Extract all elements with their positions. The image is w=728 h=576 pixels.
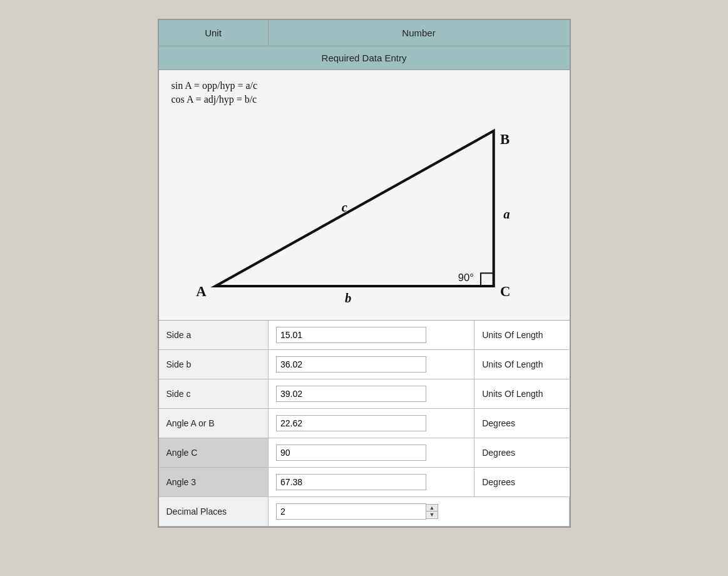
diagram-area: sin A = opp/hyp = a/c cos A = adj/hyp = … [159, 70, 570, 321]
decimal-places-label: Decimal Places [159, 497, 269, 527]
formula-line-2: cos A = adj/hyp = b/c [172, 94, 557, 105]
svg-text:a: a [503, 207, 510, 221]
field-label-1: Side b [159, 350, 269, 379]
field-input-cell-4 [269, 438, 474, 468]
triangle-svg: A B C c a b 90° [172, 111, 557, 306]
field-row-1: Side bUnits Of Length [159, 350, 570, 379]
field-label-5: Angle 3 [159, 468, 269, 497]
formulas: sin A = opp/hyp = a/c cos A = adj/hyp = … [172, 80, 557, 105]
field-unit-2: Units Of Length [474, 379, 569, 409]
field-input-cell-5 [269, 468, 474, 497]
decimal-places-input-cell: ▲ ▼ [269, 497, 570, 527]
formula-line-1: sin A = opp/hyp = a/c [172, 80, 557, 91]
svg-text:b: b [345, 291, 351, 305]
field-unit-1: Units Of Length [474, 350, 569, 379]
field-input-3[interactable] [276, 415, 426, 431]
decimal-places-input[interactable] [276, 503, 426, 520]
field-input-0[interactable] [276, 327, 426, 343]
field-row-2: Side cUnits Of Length [159, 379, 570, 409]
svg-text:A: A [196, 284, 207, 299]
calculator-container: Unit Number Required Data Entry sin A = … [158, 19, 571, 528]
field-input-cell-3 [269, 409, 474, 438]
field-input-2[interactable] [276, 386, 426, 402]
header-row: Unit Number [159, 20, 570, 46]
field-row-5: Angle 3Degrees [159, 468, 570, 497]
field-row-0: Side aUnits Of Length [159, 321, 570, 350]
svg-text:B: B [500, 131, 509, 147]
field-input-1[interactable] [276, 356, 426, 373]
decimal-places-row: Decimal Places ▲ ▼ [159, 497, 570, 527]
field-input-cell-2 [269, 379, 474, 409]
field-label-3: Angle A or B [159, 409, 269, 438]
svg-text:c: c [341, 200, 347, 214]
field-input-cell-1 [269, 350, 474, 379]
triangle-container: A B C c a b 90° [172, 111, 557, 306]
field-label-4: Angle C [159, 438, 269, 468]
number-header: Number [269, 20, 570, 46]
field-input-5[interactable] [276, 474, 426, 490]
data-table: Side aUnits Of LengthSide bUnits Of Leng… [159, 321, 570, 527]
spinner-up-icon[interactable]: ▲ [426, 505, 438, 512]
required-data-header: Required Data Entry [159, 46, 570, 70]
unit-header: Unit [159, 20, 269, 46]
field-row-3: Angle A or BDegrees [159, 409, 570, 438]
field-unit-5: Degrees [474, 468, 569, 497]
field-row-4: Angle CDegrees [159, 438, 570, 468]
spinner-down-icon[interactable]: ▼ [426, 512, 438, 518]
decimal-spinner-buttons[interactable]: ▲ ▼ [426, 504, 438, 519]
field-unit-0: Units Of Length [474, 321, 569, 350]
field-label-0: Side a [159, 321, 269, 350]
field-input-4[interactable] [276, 445, 426, 461]
field-input-cell-0 [269, 321, 474, 350]
svg-marker-0 [215, 131, 493, 286]
svg-text:C: C [500, 284, 510, 299]
svg-text:90°: 90° [458, 272, 473, 284]
field-unit-4: Degrees [474, 438, 569, 468]
field-label-2: Side c [159, 379, 269, 409]
field-unit-3: Degrees [474, 409, 569, 438]
